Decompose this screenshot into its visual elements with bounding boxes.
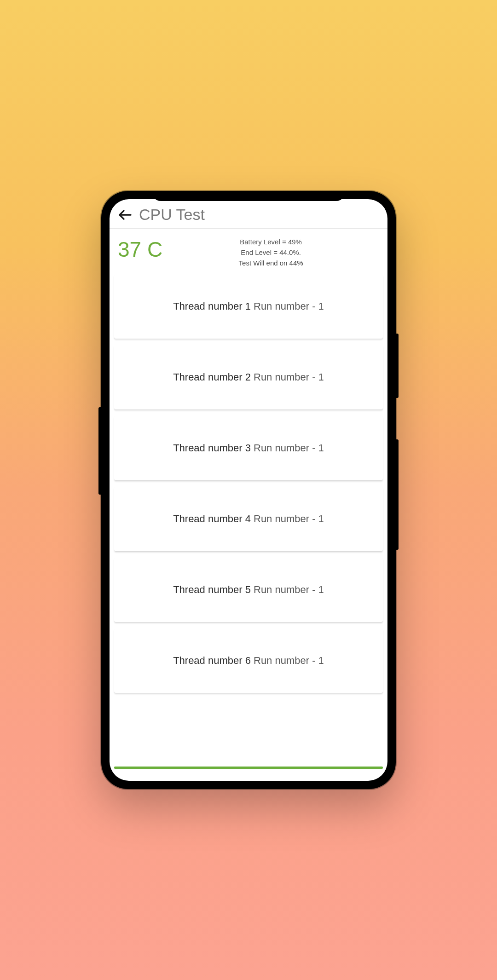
thread-card: Thread number 4 Run number - 1 [114, 487, 383, 551]
page-title: CPU Test [139, 206, 205, 224]
run-label: Run number - 1 [254, 371, 324, 383]
thread-status-text: Thread number 6 Run number - 1 [173, 655, 324, 667]
temperature-value: 37 C [118, 237, 162, 262]
run-label: Run number - 1 [254, 513, 324, 525]
thread-status-text: Thread number 2 Run number - 1 [173, 371, 324, 383]
screen: CPU Test 37 C Battery Level = 49% End Le… [110, 199, 387, 781]
run-label: Run number - 1 [254, 442, 324, 454]
thread-status-text: Thread number 5 Run number - 1 [173, 584, 324, 596]
thread-card: Thread number 2 Run number - 1 [114, 345, 383, 409]
app-bar: CPU Test [110, 199, 387, 229]
thread-card: Thread number 1 Run number - 1 [114, 274, 383, 339]
thread-label: Thread number 2 [173, 371, 254, 383]
thread-card: Thread number 5 Run number - 1 [114, 558, 383, 622]
run-label: Run number - 1 [254, 300, 324, 312]
phone-notch [152, 191, 345, 201]
thread-status-text: Thread number 4 Run number - 1 [173, 513, 324, 525]
end-level-text: End Level = 44.0%. [241, 248, 301, 257]
thread-card: Thread number 6 Run number - 1 [114, 628, 383, 693]
run-label: Run number - 1 [254, 584, 324, 595]
back-icon[interactable] [117, 207, 133, 223]
thread-label: Thread number 3 [173, 442, 254, 454]
thread-label: Thread number 6 [173, 655, 254, 666]
status-info: Battery Level = 49% End Level = 44.0%. T… [162, 237, 379, 268]
test-end-text: Test Will end on 44% [239, 258, 303, 268]
phone-side-button-left [98, 407, 101, 495]
phone-frame: CPU Test 37 C Battery Level = 49% End Le… [101, 191, 396, 789]
thread-card: Thread number 3 Run number - 1 [114, 416, 383, 480]
thread-list[interactable]: Thread number 1 Run number - 1 Thread nu… [110, 272, 387, 752]
thread-label: Thread number 1 [173, 300, 254, 312]
phone-side-button-right-top [396, 334, 399, 398]
status-row: 37 C Battery Level = 49% End Level = 44.… [110, 229, 387, 272]
battery-level-text: Battery Level = 49% [240, 237, 302, 247]
thread-label: Thread number 5 [173, 584, 254, 595]
progress-bar [114, 767, 383, 769]
phone-side-button-right-bottom [396, 439, 399, 550]
thread-status-text: Thread number 3 Run number - 1 [173, 442, 324, 454]
thread-status-text: Thread number 1 Run number - 1 [173, 300, 324, 312]
run-label: Run number - 1 [254, 655, 324, 666]
thread-label: Thread number 4 [173, 513, 254, 525]
bottom-area [110, 752, 387, 781]
